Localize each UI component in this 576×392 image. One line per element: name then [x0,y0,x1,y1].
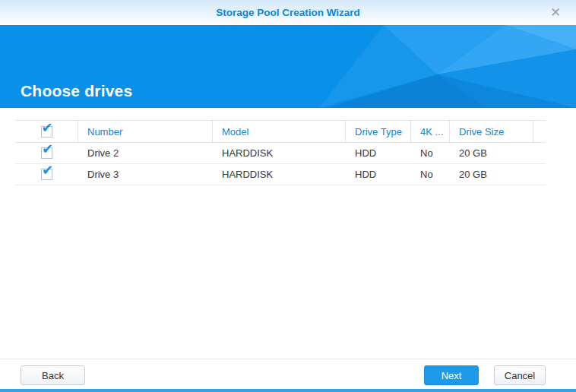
cell-number: Drive 2 [78,143,213,163]
column-header-filler [533,121,546,142]
cell-drive-type: HDD [346,164,411,185]
cell-filler [533,164,546,185]
cell-model: HARDDISK [213,164,346,185]
wizard-step-banner: Choose drives [0,25,576,108]
bottom-accent-strip [0,389,576,392]
table-header-row: ✔ Number Model Drive Type 4K ... Drive S… [15,120,546,143]
drive-table: ✔ Number Model Drive Type 4K ... Drive S… [15,120,546,185]
select-all-checkbox[interactable]: ✔ [41,126,52,138]
row-checkbox-cell: ✔ [15,164,78,185]
cell-4k: No [411,143,450,163]
table-row-drive-3[interactable]: ✔ Drive 3 HARDDISK HDD No 20 GB [15,164,546,185]
column-header-drive-size[interactable]: Drive Size [450,121,533,142]
titlebar: Storage Pool Creation Wizard ✕ [0,0,576,25]
next-button[interactable]: Next [424,365,479,385]
column-header-drive-type[interactable]: Drive Type [346,121,411,142]
table-row-drive-2[interactable]: ✔ Drive 2 HARDDISK HDD No 20 GB [15,143,546,164]
footer-divider [0,359,576,359]
cell-number: Drive 3 [78,164,213,185]
drive-2-checkbox[interactable]: ✔ [41,147,52,159]
checkmark-icon: ✔ [42,143,53,156]
window-title: Storage Pool Creation Wizard [216,7,360,18]
cell-model: HARDDISK [213,143,346,163]
cell-drive-type: HDD [346,143,411,163]
cell-drive-size: 20 GB [450,143,533,163]
checkmark-icon: ✔ [42,121,53,134]
cell-drive-size: 20 GB [450,164,533,185]
drive-3-checkbox[interactable]: ✔ [41,169,52,180]
cancel-button[interactable]: Cancel [494,365,546,385]
column-header-4k[interactable]: 4K ... [411,121,450,142]
close-icon[interactable]: ✕ [547,5,564,21]
column-header-number[interactable]: Number [78,121,213,142]
page-title: Choose drives [21,82,132,100]
back-button[interactable]: Back [21,365,85,385]
storage-pool-wizard-dialog: Storage Pool Creation Wizard ✕ Choose dr… [0,0,576,392]
column-header-model[interactable]: Model [213,121,346,142]
checkmark-icon: ✔ [42,164,53,177]
select-all-cell: ✔ [15,121,78,142]
cell-4k: No [411,164,450,185]
cell-filler [533,143,546,163]
row-checkbox-cell: ✔ [15,143,78,163]
